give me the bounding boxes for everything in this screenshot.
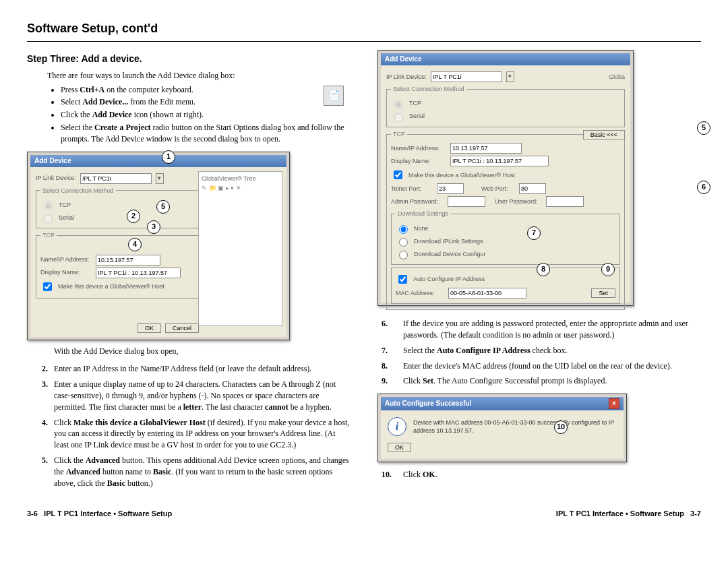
download-none-radio[interactable]: [399, 225, 408, 234]
dialog-title: Add Device: [385, 55, 421, 64]
step-9: 9.Click Set. The Auto Configure Successf…: [377, 375, 701, 387]
footer-text-right: IPL T PC1 Interface • Software Setup: [556, 509, 684, 518]
auto-configure-checkbox[interactable]: [398, 275, 407, 284]
tcp-radio[interactable]: [394, 100, 403, 109]
display-name-field[interactable]: [450, 156, 549, 166]
steps-list-left: Enter an IP Address in the Name/IP Addre…: [50, 363, 351, 489]
callout-5: 5: [156, 200, 170, 214]
launch-item: Select the Create a Project radio button…: [61, 122, 351, 145]
info-icon: i: [388, 417, 406, 436]
intro-text: There are four ways to launch the Add De…: [47, 70, 351, 82]
serial-radio[interactable]: [44, 214, 53, 223]
title-rule: [27, 41, 701, 42]
tcp-radio[interactable]: [44, 201, 53, 210]
step-2: Enter an IP Address in the Name/IP Addre…: [50, 363, 351, 375]
dialog-title: Add Device: [34, 156, 71, 166]
set-button[interactable]: Set: [591, 288, 615, 298]
dropdown-arrow-icon[interactable]: ▾: [506, 71, 514, 82]
user-password-field[interactable]: [546, 196, 584, 207]
basic-button[interactable]: Basic <<<: [583, 130, 625, 139]
serial-radio[interactable]: [394, 113, 403, 122]
iplink-label: IP Link Device:: [36, 174, 76, 183]
callout-5b: 5: [697, 121, 710, 135]
step-3: Enter a unique display name of up to 24 …: [50, 379, 351, 412]
tcp-advanced-group: TCP Basic <<< Name/IP Address: Display N…: [386, 130, 625, 310]
iplink-device-field[interactable]: [80, 173, 152, 184]
launch-item: Click the Add Device icon (shown at righ…: [61, 109, 351, 121]
close-icon[interactable]: ×: [609, 398, 619, 409]
step-heading: Step Three: Add a device.: [27, 53, 351, 66]
footer-right-page: 3-7: [690, 509, 701, 518]
step-5: Click the Advanced button. This opens ad…: [50, 455, 351, 489]
telnet-port-field[interactable]: [437, 183, 464, 194]
download-settings-group: Download Settings None Download IPLink S…: [391, 210, 620, 265]
auto-configure-group: Auto Configure IP Address MAC Address: S…: [391, 268, 620, 304]
name-ip-field[interactable]: [96, 255, 160, 266]
callout-6: 6: [697, 181, 710, 194]
callout-1: 1: [162, 150, 175, 164]
launch-list: Press Ctrl+A on the computer keyboard. S…: [61, 84, 351, 145]
cancel-button[interactable]: Cancel: [165, 323, 199, 333]
steps-list-right: 6.If the device you are adding is passwo…: [377, 318, 701, 387]
step-8: 8.Enter the device's MAC address (found …: [377, 361, 701, 372]
callout-3: 3: [147, 220, 160, 234]
footer-left-page: 3-6: [27, 509, 38, 518]
page-title: Software Setup, cont'd: [27, 20, 701, 37]
footer-text-left: IPL T PC1 Interface • Software Setup: [44, 509, 172, 518]
step-4: Click Make this device a GlobalViewer Ho…: [50, 417, 351, 451]
launch-item: Press Ctrl+A on the computer keyboard.: [61, 84, 351, 96]
add-device-basic-screenshot: Add Device IP Link Device: ▾ Select Conn…: [27, 152, 351, 340]
page-footer: 3-6 IPL T PC1 Interface • Software Setup…: [27, 509, 701, 519]
admin-password-field[interactable]: [448, 196, 485, 207]
step-10: 10.Click OK.: [377, 469, 701, 480]
dropdown-arrow-icon[interactable]: ▾: [156, 173, 164, 184]
callout-4: 4: [128, 238, 142, 251]
callout-2: 2: [127, 210, 140, 223]
success-message: Device with MAC address 00-05-A6-01-33-0…: [413, 418, 617, 435]
ok-button[interactable]: OK: [138, 323, 161, 333]
display-name-field[interactable]: [96, 268, 181, 278]
connection-method-group: Select Connection Method TCP Serial: [386, 85, 625, 127]
gv-tree-panel: GlobalViewer® Tree ✎ 📁 ▣ ▸ ▾ ✕: [198, 171, 282, 326]
web-port-field[interactable]: [519, 183, 546, 194]
ok-button[interactable]: OK: [388, 443, 411, 452]
steps-list-right-2: 10.Click OK.: [377, 469, 701, 480]
step-7: 7.Select the Auto Configure IP Address c…: [377, 345, 701, 356]
step-6: 6.If the device you are adding is passwo…: [377, 318, 701, 341]
download-iplink-radio[interactable]: [399, 238, 408, 247]
dialog-title: Auto Configure Successful: [385, 399, 471, 408]
download-device-radio[interactable]: [399, 251, 408, 259]
add-device-advanced-screenshot: Add Device IP Link Device: ▾ Globa Selec…: [377, 50, 701, 306]
name-ip-field[interactable]: [450, 143, 522, 154]
with-dialog-open-text: With the Add Device dialog box open,: [54, 346, 351, 357]
auto-configure-success-screenshot: Auto Configure Successful× i Device with…: [377, 394, 627, 462]
launch-item: Select Add Device... from the Edit menu.: [61, 96, 351, 108]
add-device-toolbar-icon: 📄: [324, 86, 344, 106]
make-host-checkbox[interactable]: [43, 282, 52, 291]
mac-address-field[interactable]: [448, 288, 526, 299]
iplink-device-field[interactable]: [431, 71, 502, 82]
make-host-checkbox[interactable]: [394, 170, 402, 179]
